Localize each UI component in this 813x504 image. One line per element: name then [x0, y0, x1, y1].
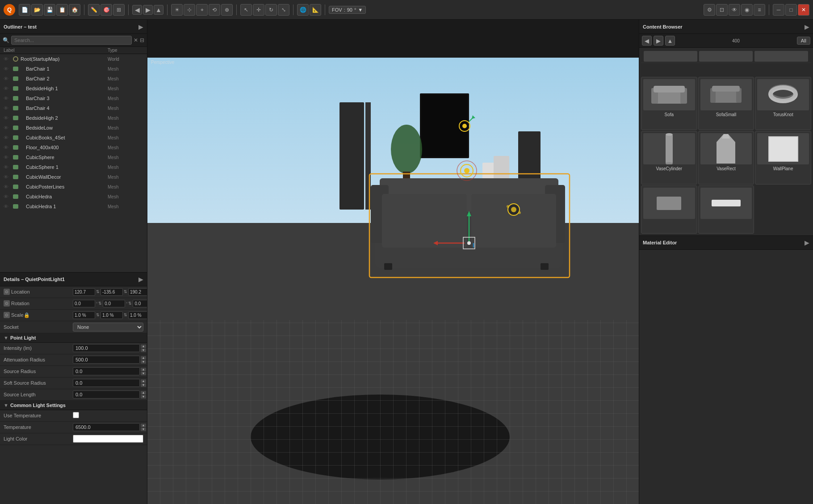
soft-source-spin[interactable]: ▲ ▼ — [141, 379, 146, 387]
eye-icon[interactable]: 👁 — [4, 66, 11, 71]
mode-btn-1[interactable]: ✏️ — [88, 4, 100, 16]
temperature-spin[interactable]: ▲ ▼ — [141, 424, 146, 431]
cb-collapse[interactable]: ▶ — [805, 23, 809, 30]
cb-forward-button[interactable]: ▶ — [654, 36, 663, 46]
content-item[interactable]: VaseRect — [698, 131, 754, 185]
eye-icon[interactable]: 👁 — [4, 204, 11, 209]
location-z-input[interactable] — [128, 288, 147, 296]
cb-up-button[interactable]: ▲ — [665, 36, 675, 46]
scale-icon[interactable]: ⊙ — [4, 312, 10, 318]
eye-icon[interactable]: 👁 — [4, 115, 11, 121]
intensity-input[interactable] — [73, 344, 140, 352]
cb-back-button[interactable]: ◀ — [642, 36, 652, 46]
search-settings-button[interactable]: ⊟ — [140, 37, 144, 43]
socket-select[interactable]: None — [73, 323, 143, 332]
camera-btn[interactable]: 📐 — [310, 4, 321, 16]
location-y-input[interactable] — [101, 288, 123, 296]
attenuation-input[interactable] — [73, 356, 140, 364]
outliner-item[interactable]: 👁BedsideLowMesh — [0, 123, 147, 133]
rotation-z-input[interactable] — [133, 300, 147, 307]
rotation-y-input[interactable] — [103, 300, 125, 307]
snap2-btn[interactable]: ⟲ — [209, 4, 220, 16]
source-length-spin[interactable]: ▲ ▼ — [141, 391, 146, 399]
content-item[interactable] — [698, 185, 754, 234]
rotation-x-input[interactable] — [73, 300, 95, 307]
outliner-item[interactable]: 👁BedsideHigh 1Mesh — [0, 84, 147, 93]
nav-forward-button[interactable]: ▶ — [143, 5, 153, 15]
layers-btn[interactable]: ≡ — [754, 4, 765, 16]
point-light-section-header[interactable]: ▼ Point Light — [0, 333, 147, 343]
outliner-item[interactable]: 👁CubicHedra 1Mesh — [0, 202, 147, 211]
rotation-icon[interactable]: ⊙ — [4, 300, 10, 307]
cb-top-item-3[interactable] — [754, 51, 808, 62]
light-btn[interactable]: ☀ — [171, 4, 183, 16]
close-button[interactable]: ✕ — [798, 4, 809, 16]
minimize-button[interactable]: ─ — [773, 4, 784, 16]
use-temp-checkbox[interactable] — [73, 412, 79, 418]
nav-back-button[interactable]: ◀ — [132, 5, 142, 15]
material-editor-collapse[interactable]: ▶ — [805, 239, 809, 246]
cb-top-item-2[interactable] — [699, 51, 753, 62]
eye-icon[interactable]: 👁 — [4, 76, 11, 81]
eye-icon[interactable]: 👁 — [4, 155, 11, 160]
content-item[interactable] — [641, 185, 697, 234]
scale-x-spin[interactable]: ⇅ — [96, 313, 100, 317]
eye-icon[interactable]: 👁 — [4, 125, 11, 130]
save-as-button[interactable]: 📋 — [56, 4, 68, 16]
content-item[interactable]: SofaSmall — [698, 77, 754, 130]
nav-up-button[interactable]: ▲ — [154, 5, 163, 15]
outliner-item[interactable]: 👁BarChair 4Mesh — [0, 103, 147, 113]
attenuation-spin[interactable]: ▲ ▼ — [141, 356, 146, 364]
common-light-section-header[interactable]: ▼ Common Light Settings — [0, 401, 147, 410]
scale-y-spin[interactable]: ⇅ — [124, 313, 127, 317]
view-btn[interactable]: ⊡ — [716, 4, 728, 16]
outliner-item[interactable]: 👁BarChair 1Mesh — [0, 64, 147, 74]
search-clear-button[interactable]: ✕ — [134, 37, 138, 43]
light-color-swatch[interactable] — [73, 435, 143, 443]
cb-top-item-1[interactable] — [644, 51, 697, 62]
eye-icon[interactable]: 👁 — [4, 184, 11, 189]
eye-btn[interactable]: 👁 — [729, 4, 740, 16]
outliner-item[interactable]: 👁CubicWallDecorMesh — [0, 172, 147, 182]
outliner-item[interactable]: 👁BarChair 3Mesh — [0, 93, 147, 103]
outliner-item[interactable]: 👁BarChair 2Mesh — [0, 74, 147, 84]
new-file-button[interactable]: 📄 — [19, 4, 30, 16]
render-btn[interactable]: ◉ — [741, 4, 753, 16]
outliner-item[interactable]: 👁BedsideHigh 2Mesh — [0, 113, 147, 123]
eye-icon[interactable]: 👁 — [4, 135, 11, 140]
soft-source-input[interactable] — [73, 379, 140, 387]
eye-icon[interactable]: 👁 — [4, 56, 11, 62]
open-file-button[interactable]: 📂 — [31, 4, 43, 16]
content-item[interactable]: VaseCylinder — [641, 131, 697, 185]
mode-btn-2[interactable]: 🎯 — [101, 4, 112, 16]
eye-icon[interactable]: 👁 — [4, 96, 11, 101]
rotate-btn[interactable]: ↻ — [265, 4, 277, 16]
location-icon[interactable]: ⊙ — [4, 289, 10, 295]
outliner-collapse[interactable]: ▶ — [138, 23, 143, 30]
scale-y-input[interactable] — [101, 311, 123, 319]
outliner-item[interactable]: 👁Floor_400x400Mesh — [0, 143, 147, 152]
outliner-item[interactable]: 👁CubicSphere 1Mesh — [0, 162, 147, 172]
settings-btn[interactable]: ⚙ — [704, 4, 715, 16]
scale-lock-icon[interactable]: 🔒 — [24, 312, 30, 318]
details-collapse[interactable]: ▶ — [138, 276, 143, 283]
eye-icon[interactable]: 👁 — [4, 194, 11, 199]
world-btn[interactable]: 🌐 — [297, 4, 309, 16]
scale-btn[interactable]: ⤡ — [278, 4, 289, 16]
rotation-x-spin[interactable]: ⇅ — [98, 301, 102, 306]
maximize-button[interactable]: □ — [785, 4, 797, 16]
location-x-input[interactable] — [73, 288, 95, 296]
outliner-item[interactable]: 👁CubicHedraMesh — [0, 192, 147, 202]
source-radius-spin[interactable]: ▲ ▼ — [141, 368, 146, 375]
location-y-spin[interactable]: ⇅ — [124, 290, 127, 294]
outliner-item[interactable]: 👁CubicBooks_4SetMesh — [0, 133, 147, 143]
cb-all-button[interactable]: All — [797, 37, 810, 45]
fov-control[interactable]: FOV: 90 ° ▼ — [329, 6, 366, 14]
eye-icon[interactable]: 👁 — [4, 164, 11, 170]
outliner-item[interactable]: 👁CubicSphereMesh — [0, 152, 147, 162]
viewport[interactable]: Perspective — [147, 20, 639, 504]
scale-x-input[interactable] — [73, 311, 95, 319]
scale-z-input[interactable] — [128, 311, 147, 319]
rotation-y-spin[interactable]: ⇅ — [128, 301, 132, 306]
eye-icon[interactable]: 👁 — [4, 86, 11, 91]
